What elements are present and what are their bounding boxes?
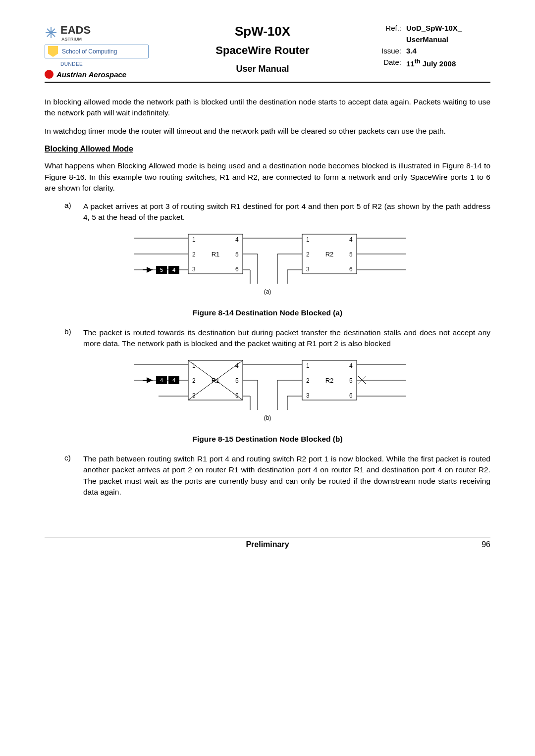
diagram-a: R1 1 2 3 4 5 6 R2 1 2 3 4 5 6 (129, 229, 406, 299)
figure-caption: Figure 8-14 Destination Node Blocked (a) (45, 308, 490, 317)
svg-text:2: 2 (306, 251, 310, 258)
list-item-b: b) The packet is routed towards its dest… (64, 327, 490, 350)
svg-text:5: 5 (235, 377, 239, 384)
svg-text:6: 6 (235, 392, 239, 399)
school-text: School of Computing (62, 48, 117, 55)
packet-a: 5 4 (143, 266, 179, 274)
svg-text:4: 4 (349, 236, 353, 243)
svg-text:4: 4 (172, 377, 175, 383)
list-letter: a) (64, 201, 76, 223)
issue-value: 3.4 (406, 47, 417, 55)
svg-text:R1: R1 (212, 377, 220, 384)
diagram-tag: (b) (264, 414, 271, 421)
r2-label: R2 (325, 251, 334, 258)
diagram-b: R1 1 2 3 4 5 6 R2 1 2 3 4 5 6 (129, 355, 406, 425)
dundee-text: DUNDEE (60, 61, 149, 67)
svg-text:5: 5 (160, 267, 163, 273)
document-header: EADS ASTRIUM School of Computing DUNDEE … (45, 24, 490, 83)
svg-text:2: 2 (192, 377, 196, 384)
header-logos: EADS ASTRIUM School of Computing DUNDEE … (45, 24, 149, 79)
list-text: The path between routing switch R1 port … (83, 454, 490, 498)
svg-text:3: 3 (192, 392, 196, 399)
svg-text:4: 4 (349, 362, 353, 369)
shield-icon (48, 46, 58, 57)
school-logo: School of Computing (45, 45, 149, 58)
red-dot-icon (45, 70, 54, 79)
paragraph: In watchdog timer mode the router will t… (45, 126, 490, 137)
list-text: A packet arrives at port 3 of routing sw… (83, 201, 490, 223)
section-heading: Blocking Allowed Mode (45, 145, 490, 153)
r1-label: R1 (212, 251, 220, 258)
svg-text:3: 3 (306, 392, 310, 399)
svg-text:1: 1 (192, 236, 196, 243)
page-number: 96 (482, 540, 490, 549)
list-letter: c) (64, 454, 76, 498)
svg-text:R2: R2 (325, 377, 334, 384)
paragraph: In blocking allowed mode the network pat… (45, 97, 490, 119)
star-icon (45, 26, 57, 39)
svg-text:5: 5 (235, 251, 239, 258)
body: In blocking allowed mode the network pat… (45, 97, 490, 498)
list-text: The packet is routed towards its destina… (83, 327, 490, 350)
diagram-tag: (a) (264, 288, 271, 295)
svg-text:3: 3 (192, 266, 196, 273)
austrian-text: Austrian Aerospace (56, 70, 126, 79)
figure-8-14: R1 1 2 3 4 5 6 R2 1 2 3 4 5 6 (45, 229, 490, 299)
header-title: SpW-10X SpaceWire Router User Manual (149, 24, 376, 79)
eads-text: EADS (60, 24, 91, 37)
eads-logo: EADS ASTRIUM (45, 24, 149, 42)
svg-text:2: 2 (306, 377, 310, 384)
svg-text:4: 4 (160, 377, 163, 383)
svg-text:4: 4 (235, 362, 239, 369)
date-value: 11th July 2008 (406, 58, 456, 68)
svg-text:6: 6 (349, 392, 353, 399)
list-letter: b) (64, 327, 76, 350)
page: EADS ASTRIUM School of Computing DUNDEE … (0, 0, 535, 570)
svg-text:1: 1 (306, 236, 310, 243)
austrian-logo: Austrian Aerospace (45, 70, 149, 79)
figure-8-15: R1 1 2 3 4 5 6 R2 1 2 3 4 5 6 (45, 355, 490, 425)
svg-text:1: 1 (192, 362, 196, 369)
astrium-text: ASTRIUM (61, 37, 91, 42)
svg-text:3: 3 (306, 266, 310, 273)
svg-text:5: 5 (349, 251, 353, 258)
ref-value: UoD_SpW-10X_ (406, 24, 462, 32)
doc-title-1: SpW-10X (149, 24, 376, 39)
list-item-c: c) The path between routing switch R1 po… (64, 454, 490, 498)
svg-text:5: 5 (349, 377, 353, 384)
doc-title-2: SpaceWire Router (149, 44, 376, 57)
header-meta: Ref.: UoD_SpW-10X_ UserManual Issue: 3.4… (376, 24, 490, 79)
paragraph: What happens when Blocking Allowed mode … (45, 160, 490, 194)
date-label: Date: (376, 58, 401, 68)
doc-title-3: User Manual (149, 64, 376, 74)
svg-text:4: 4 (172, 267, 175, 273)
packet-b: 4 4 (143, 376, 179, 384)
svg-text:6: 6 (349, 266, 353, 273)
ref-value-2: UserManual (406, 35, 448, 44)
svg-text:4: 4 (235, 236, 239, 243)
list-item-a: a) A packet arrives at port 3 of routing… (64, 201, 490, 223)
issue-label: Issue: (376, 47, 401, 55)
figure-caption: Figure 8-15 Destination Node Blocked (b) (45, 435, 490, 444)
svg-text:6: 6 (235, 266, 239, 273)
svg-text:2: 2 (192, 251, 196, 258)
svg-text:1: 1 (306, 362, 310, 369)
ref-label: Ref.: (376, 24, 401, 32)
footer: Preliminary 96 (45, 538, 490, 551)
footer-center: Preliminary (246, 540, 289, 549)
